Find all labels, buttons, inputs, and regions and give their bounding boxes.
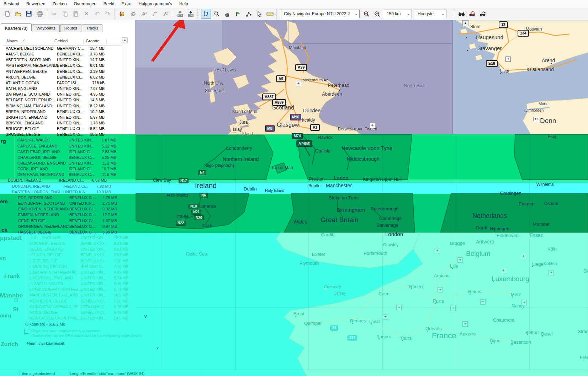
print-button[interactable] xyxy=(35,9,44,19)
zoom-tool-button[interactable] xyxy=(212,9,222,19)
menu-item-bewerken[interactable]: Bewerken xyxy=(23,0,49,7)
scrollbar-up-arrow[interactable]: ▲ xyxy=(122,37,128,43)
table-row[interactable]: ATLANTIC OCEANFAROE ISL...718 kB xyxy=(3,80,156,86)
table-row[interactable]: EMMEN, NEDERLANDBENELUX Ci...12.7 MB xyxy=(3,212,156,218)
table-row[interactable]: NEWCASTLE UPON TYNE,...UNITED KIN...14.5… xyxy=(3,316,156,321)
save-button[interactable] xyxy=(24,9,34,19)
table-row[interactable]: BRISTOL, ENGLANDUNITED KIN...1.78 MB xyxy=(3,120,156,126)
track-draw-tool-button[interactable] xyxy=(150,9,160,19)
track-erase-tool-button[interactable] xyxy=(160,9,170,19)
new-waypoint-tool-button[interactable] xyxy=(118,9,128,19)
new-route-tool-button[interactable] xyxy=(128,9,138,19)
menu-item-help[interactable]: Help xyxy=(176,0,192,7)
include-routing-checkbox[interactable] xyxy=(24,329,29,334)
table-row[interactable]: MONCHENGLADBACH, DE...GERMANY C...6.16 M… xyxy=(3,304,156,310)
copy-button[interactable] xyxy=(60,9,70,19)
paste-button[interactable] xyxy=(71,9,81,19)
table-row[interactable]: MONS, BELGIEBENELUX Ci...6.49 MB xyxy=(3,310,156,316)
receive-from-device-button[interactable] xyxy=(186,9,196,19)
table-row[interactable]: ABERDEEN, SCOTLANDUNITED KIN...14.7 MB xyxy=(3,57,156,63)
delete-button[interactable]: ✕ xyxy=(81,9,91,19)
table-row[interactable]: BATH, ENGLANDUNITED KIN...7.07 MB xyxy=(3,86,156,92)
undo-button[interactable]: ↶ xyxy=(92,9,102,19)
table-row[interactable]: LIVERPOOL, ENGLANDUNITED KIN...8.74 MB xyxy=(3,275,156,281)
table-row[interactable]: DUBLIN, IRELANDIRELAND Ci...6.67 MB xyxy=(3,178,156,183)
include-routing-label[interactable]: Gegevens voor routeberekening opnemen. xyxy=(31,328,102,333)
table-row[interactable]: LIMERICK, IRELANDIRELAND Ci...7.46 MB xyxy=(3,264,156,270)
column-header-grootte[interactable]: Grootte xyxy=(86,39,99,43)
menu-item-overdragen[interactable]: Overdragen xyxy=(70,0,100,7)
table-row[interactable]: BIRMINGHAM, ENGLANDUNITED KIN...8.22 MB xyxy=(3,103,156,109)
detail-combo[interactable]: Hoogste ⌄ xyxy=(415,10,446,18)
table-row[interactable]: CHELMSFORD, ENGLANDUNITED KIN...11.2 MB xyxy=(3,161,156,166)
menu-item-beeld[interactable]: Beeld xyxy=(100,0,118,7)
table-row[interactable]: HASSELT, BELGIEBENELUX Ci...6.99 MB xyxy=(3,230,156,235)
scrollbar-down-arrow[interactable]: ∨ xyxy=(144,313,147,319)
table-row[interactable]: EINDHOVEN, NEDERLANDBENELUX Ci...9.02 MB xyxy=(3,206,156,212)
table-row[interactable]: AMSTERDAM, NEDERLANDBENELUX Ci...6.01 MB xyxy=(3,63,156,69)
selection-tool-button[interactable] xyxy=(254,9,264,19)
table-row[interactable]: BRIGHTON, ENGLANDUNITED KIN...5.97 MB xyxy=(3,115,156,120)
table-row[interactable]: AALST, BELGIEBENELUX Ci...3.78 MB xyxy=(3,52,156,57)
table-row[interactable]: KORTRIJK, BELGIEBENELUX Ci...6.21 MB xyxy=(3,241,156,247)
table-row[interactable]: EDINBURGH, SCOTLANDUNITED KIN...2.71 MB xyxy=(3,201,156,206)
menu-item-bestand[interactable]: Bestand xyxy=(0,0,23,7)
table-row[interactable]: LLANELLI, WALESUNITED KIN...5.16 MB xyxy=(3,281,156,287)
route-tool-button[interactable] xyxy=(244,9,254,19)
menu-item-hulpprogrammas[interactable]: Hulpprogramma's xyxy=(135,0,176,7)
table-row[interactable]: LEUVEN, BELGIEBENELUX Ci...6.97 MB xyxy=(3,252,156,258)
cut-button[interactable]: ✂ xyxy=(49,9,59,19)
table-row[interactable]: LIEGE, BELGIEBENELUX Ci...7.10 MB xyxy=(3,258,156,264)
table-row[interactable]: LEEDS, ENGLANDUNITED KIN...6.61 MB xyxy=(3,247,156,252)
table-row[interactable]: AACHEN, DEUTSCHLANDGERMANY C...15.4 MB xyxy=(3,46,156,52)
zoom-out-button[interactable] xyxy=(372,9,382,19)
tab-kaarten[interactable]: Kaarten(73) xyxy=(1,23,32,31)
new-file-button[interactable] xyxy=(2,9,12,19)
table-row[interactable]: LISBURN, NORTHERN IR...UNITED KIN...4.89… xyxy=(3,270,156,275)
divide-track-tool-button[interactable] xyxy=(139,9,149,19)
table-row[interactable]: EASTERN LONDON, ENGL...UNITED KIN...19.0… xyxy=(3,189,156,195)
table-row[interactable]: BRUSSEL, BELGIEBENELUX Ci...10.9 MB xyxy=(3,132,156,138)
column-header-naam[interactable]: Naam xyxy=(7,39,18,43)
tab-tracks[interactable]: Tracks xyxy=(82,24,102,32)
hand-tool-button[interactable] xyxy=(222,9,232,19)
distance-tool-button[interactable] xyxy=(265,9,275,19)
open-button[interactable] xyxy=(13,9,23,19)
panel-collapse-arrow[interactable]: ‹ xyxy=(157,345,159,351)
table-row[interactable]: BREDA, NEDERLANDBENELUX Ci...10.2 MB xyxy=(3,109,156,115)
send-to-device-button[interactable] xyxy=(175,9,185,19)
table-row[interactable]: CORK, IRELANDIRELAND Ci...10.7 MB xyxy=(3,166,156,172)
map-sea[interactable] xyxy=(452,20,588,134)
table-row[interactable]: HULL, ENGLANDUNITED KIN...15.7 MB xyxy=(3,235,156,241)
table-row[interactable]: CARDIFF, WALESUNITED KIN...1.87 MB xyxy=(3,138,156,143)
table-row[interactable]: CHARLEROI, BELGIEBENELUX Ci...5.25 MB xyxy=(3,155,156,161)
find-nearest-button[interactable] xyxy=(467,9,477,19)
table-row[interactable]: LONDONDERRY, NORTHE...UNITED KIN...1.72 … xyxy=(3,287,156,292)
table-row[interactable]: BRUGGE, BELGIEBENELUX Ci...8.54 MB xyxy=(3,126,156,132)
scale-combo[interactable]: 150 km ⌄ xyxy=(384,10,412,18)
map-scrollbar-fragment[interactable]: ▲ xyxy=(462,20,468,26)
table-row[interactable]: DEN HAAG, NEDERLANDBENELUX Ci...11.8 MB xyxy=(3,172,156,178)
recent-finds-button[interactable] xyxy=(478,9,488,19)
menu-item-extra[interactable]: Extra xyxy=(118,0,135,7)
table-row[interactable]: DUNDALK, IRELANDIRELAND Ci...7.98 MB xyxy=(3,184,156,189)
tab-waypoints[interactable]: Waypoints xyxy=(32,24,59,32)
table-row[interactable]: ARLON, BELGIEBENELUX Ci...6.62 MB xyxy=(3,75,156,80)
table-row[interactable]: CARLISLE, ENGLANDUNITED KIN...5.12 MB xyxy=(3,144,156,149)
product-combo[interactable]: City Navigator Europe NTU 2022.2 ⌄ xyxy=(281,10,360,18)
tab-routes[interactable]: Routes xyxy=(60,24,81,32)
table-row[interactable]: BATHGATE, SCOTLANDUNITED KIN...4.95 MB xyxy=(3,92,156,97)
table-row[interactable]: ANTWERPEN, BELGIEBENELUX Ci...3.39 MB xyxy=(3,69,156,75)
zoom-in-button[interactable] xyxy=(361,9,371,19)
table-row[interactable]: EDE, NEDERLANDBENELUX Ci...4.79 MB xyxy=(3,195,156,201)
table-row[interactable]: GENT, BELGIEBENELUX Ci...4.97 MB xyxy=(3,218,156,224)
map-tool-button[interactable] xyxy=(201,9,211,19)
redo-button[interactable]: ↷ xyxy=(103,9,113,19)
menu-item-zoeken[interactable]: Zoeken xyxy=(49,0,70,7)
table-row[interactable]: MANCHESTER, ENGLANDUNITED KIN...10.9 MB xyxy=(3,292,156,298)
waypoint-tool-button[interactable] xyxy=(233,9,243,19)
find-button[interactable] xyxy=(456,9,466,19)
column-header-gebied[interactable]: Gebied xyxy=(54,39,68,43)
table-row[interactable]: GRONINGEN, NEDERLANDBENELUX Ci...6.97 MB xyxy=(3,224,156,230)
table-header[interactable]: Naam ∕ Gebied Grootte xyxy=(3,37,123,45)
